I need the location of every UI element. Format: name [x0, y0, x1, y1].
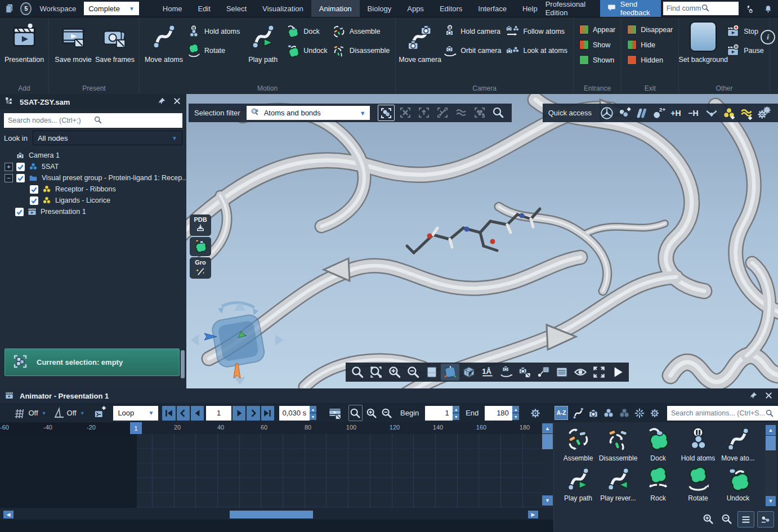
filter-camera-button[interactable] [587, 405, 600, 421]
zoom-selection-button[interactable] [490, 105, 506, 120]
ribbon-button-shown[interactable]: Shown [579, 52, 615, 68]
filter-effects-button[interactable] [633, 405, 646, 421]
transport-next-button[interactable] [247, 406, 260, 421]
tree-item-5sat[interactable]: +5SAT [0, 161, 186, 172]
menu-interface[interactable]: Interface [470, 0, 515, 17]
zoom-out-button[interactable] [404, 364, 422, 381]
menu-edit[interactable]: Edit [190, 0, 218, 17]
transport-skip-end-button[interactable] [261, 406, 274, 421]
Gro-side-button[interactable]: Gro [190, 257, 211, 279]
timeline-zoom-select-button[interactable] [348, 405, 363, 421]
workspace-selector[interactable]: Complete ▼ [84, 2, 139, 15]
animation-rotate[interactable]: Rotate [678, 467, 718, 502]
info-icon[interactable]: i [761, 30, 775, 44]
timeline-horizontal-scrollbar[interactable]: ◀ ▶ [0, 509, 542, 520]
ribbon-button-pause[interactable]: Pause [726, 41, 763, 60]
tree-checkbox[interactable] [16, 174, 25, 182]
ribbon-button-move-camera[interactable]: Move camera [399, 23, 441, 64]
select-similar-button[interactable] [453, 105, 469, 120]
animation-play-path[interactable]: Play path [558, 467, 598, 502]
sort-az-button[interactable]: A-Z [555, 406, 568, 420]
ribbon-button-hidden[interactable]: Hidden [627, 52, 673, 68]
tree-item-receptor-ribbons[interactable]: Receptor - Ribbons [0, 184, 186, 195]
eye-button[interactable] [571, 364, 589, 381]
menu-home[interactable]: Home [155, 0, 190, 17]
begin-spinner[interactable]: ▲▼ [453, 406, 460, 421]
save-view-button[interactable] [515, 364, 534, 381]
frame-time-spinner[interactable]: ▲▼ [310, 406, 317, 421]
animation-hold-atoms[interactable]: Hold atoms [678, 427, 718, 462]
animation-assemble[interactable]: Assemble [558, 427, 598, 462]
animation-rock[interactable]: Rock [638, 467, 678, 502]
tree-checkbox[interactable] [30, 196, 38, 205]
ribbon-button-presentation[interactable]: Presentation [3, 23, 45, 64]
ribbon-button-disappear[interactable]: Disappear [627, 22, 673, 37]
settings-gears-button[interactable] [755, 105, 772, 121]
transport-skip-start-button[interactable] [162, 406, 175, 421]
tree-checkbox[interactable] [16, 163, 25, 171]
search-animations-input[interactable]: Search animations... (Ctrl+S... [667, 406, 778, 421]
export-movie-icon[interactable] [328, 405, 342, 421]
ribbon-button-set-background[interactable]: Set background [682, 23, 724, 64]
menu-help[interactable]: Help [515, 0, 546, 17]
PDB-side-button[interactable]: PDB [190, 214, 211, 236]
add-ion-button[interactable]: 2+ [650, 105, 668, 121]
animation-move-ato-[interactable]: Move ato... [718, 427, 758, 462]
gallery-node-view-button[interactable] [757, 511, 774, 527]
timeline-ruler[interactable]: 1 -60-40-2020406080100120140160180 [0, 422, 542, 434]
loop-select[interactable]: Loop▼ [113, 406, 158, 421]
tree-item-presentation-1[interactable]: Presentation 1 [0, 206, 186, 217]
scroll-left-arrow[interactable]: ◀ [3, 511, 14, 518]
gallery-list-view-button[interactable] [737, 511, 754, 527]
deselect-button[interactable] [397, 105, 413, 120]
ribbon-button-hold-camera[interactable]: Hold camera [443, 22, 501, 41]
ribbon-button-assemble[interactable]: Assemble [332, 22, 390, 41]
notifications-bell-icon[interactable] [763, 4, 773, 14]
menu-editors[interactable]: Editors [432, 0, 470, 17]
minimize-button[interactable] [703, 105, 720, 121]
ribbon-button-dock[interactable]: Dock [286, 22, 327, 41]
look-in-select[interactable]: All nodes ▼ [33, 131, 182, 145]
transport-step-back-button[interactable] [191, 406, 204, 421]
add-hydrogen-button[interactable]: +H [668, 105, 685, 121]
preferences-wrench-icon[interactable] [744, 4, 753, 14]
animation-dock[interactable]: Dock [638, 427, 678, 462]
orbit-view-button[interactable] [497, 364, 515, 381]
scroll-up-arrow[interactable]: ▲ [542, 423, 553, 433]
grid-toggle-icon[interactable] [14, 405, 27, 421]
ribbon-button-hide[interactable]: Hide [627, 37, 673, 52]
snap-toggle-icon[interactable] [52, 405, 66, 421]
menu-apps[interactable]: Apps [399, 0, 432, 17]
add-atom-button[interactable] [615, 105, 633, 121]
transport-step-forward-button[interactable] [232, 406, 245, 421]
animation-play-rever-[interactable]: Play rever... [598, 467, 638, 502]
menu-biology[interactable]: Biology [360, 0, 400, 17]
ribbon-button-save-movie[interactable]: Save movie [52, 23, 94, 64]
label-note-button[interactable] [534, 364, 552, 381]
select-bonds-button[interactable] [435, 105, 450, 120]
transport-previous-button[interactable] [177, 406, 190, 421]
chevron-down-icon[interactable]: ▾ [81, 410, 84, 416]
scroll-down-arrow[interactable]: ▼ [766, 496, 776, 506]
ribbon-button-disassemble[interactable]: Disassemble [332, 41, 390, 60]
ribbon-button-play-path[interactable]: Play path [242, 23, 284, 64]
zoom-lens-button[interactable] [348, 364, 366, 381]
scrollbar-thumb[interactable] [766, 436, 776, 450]
end-field[interactable]: 180 [485, 406, 512, 421]
search-nodes-input[interactable]: Search nodes... (Ctrl+;) [4, 113, 182, 128]
ribbon-button-hold-atoms[interactable]: Hold atoms [187, 22, 240, 41]
current-frame-field[interactable]: 1 [206, 406, 231, 421]
select-group-button[interactable] [472, 105, 488, 120]
current-frame-marker[interactable]: 1 [130, 422, 142, 434]
zoom-region-button[interactable] [366, 364, 385, 381]
dock-sample-side-button[interactable] [190, 237, 211, 256]
ribbon-button-show[interactable]: Show [579, 37, 615, 52]
pin-icon[interactable] [157, 96, 167, 108]
menu-animation[interactable]: Animation [311, 0, 360, 17]
select-atoms-button[interactable] [378, 105, 395, 121]
panel-scrollbar[interactable] [181, 350, 185, 378]
add-bond-button[interactable] [633, 105, 650, 121]
chevron-down-icon[interactable]: ▾ [43, 410, 46, 416]
grid-surface-button[interactable] [459, 364, 478, 381]
ribbon-button-move-atoms[interactable]: Move atoms [143, 23, 185, 64]
